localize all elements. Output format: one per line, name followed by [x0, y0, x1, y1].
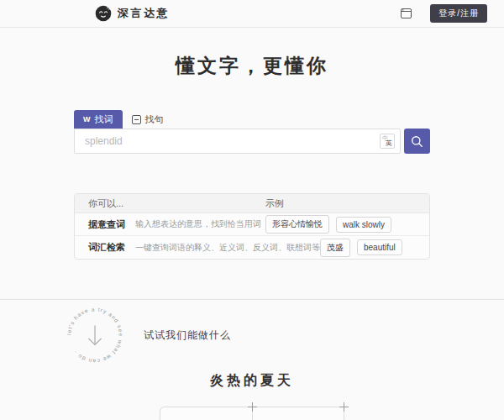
table-row: 词汇检索 一键查询词语的释义、近义词、反义词、联想词等 茂盛 beautiful — [75, 236, 429, 259]
preview-column — [253, 407, 344, 420]
search-input-wrap: 中 英 — [74, 129, 401, 154]
tab-find-sentence[interactable]: 找句 — [123, 110, 173, 129]
example-chip[interactable]: 形容心情愉悦 — [265, 215, 329, 234]
translate-toggle-icon[interactable]: 中 英 — [380, 134, 395, 149]
try-hint-text: 试试我们能做什么 — [144, 328, 231, 343]
feature-name: 据意查词 — [88, 218, 125, 231]
table-row: 据意查词 输入想表达的意思，找到恰当用词 形容心情愉悦 walk slowly — [75, 213, 429, 236]
example-chip[interactable]: beautiful — [357, 239, 402, 255]
column-you-can: 你可以... — [75, 197, 265, 210]
examples-table: 你可以... 示例 据意查词 输入想表达的意思，找到恰当用词 形容心情愉悦 wa… — [74, 193, 430, 260]
search-mode-tabs: W 找词 找句 — [74, 110, 430, 129]
try-section: let's have a try and see what we can do … — [61, 302, 504, 369]
search-icon — [411, 135, 423, 148]
feature-description: 输入想表达的意思，找到恰当用词 — [135, 218, 261, 230]
brand-logo-icon — [95, 5, 112, 22]
search-button[interactable] — [404, 129, 430, 154]
section-divider — [0, 299, 504, 300]
login-register-button[interactable]: 登录/注册 — [430, 4, 487, 23]
down-arrow-icon — [88, 326, 101, 345]
examples-table-header: 你可以... 示例 — [75, 194, 429, 213]
brand: 深言达意 — [95, 5, 170, 22]
top-bar: 深言达意 登录/注册 — [0, 0, 504, 28]
tab-find-word[interactable]: W 找词 — [74, 110, 123, 129]
feature-name: 词汇检索 — [88, 241, 125, 254]
plus-mark — [248, 402, 257, 412]
sample-query-title: 炎热的夏天 — [0, 372, 504, 390]
hero-title: 懂文字，更懂你 — [0, 53, 504, 79]
plus-mark — [339, 402, 349, 412]
translate-to-label: 英 — [386, 139, 392, 148]
tab-find-sentence-label: 找句 — [145, 113, 164, 126]
search-input[interactable] — [75, 135, 380, 147]
example-chip[interactable]: 茂盛 — [320, 239, 350, 257]
circular-text-badge: let's have a try and see what we can do … — [61, 302, 129, 369]
search-bar: 中 英 — [74, 129, 430, 154]
feature-description: 一键查询词语的释义、近义词、反义词、联想词等 — [135, 242, 320, 254]
header-actions: 登录/注册 — [401, 4, 487, 23]
find-sentences-icon — [132, 115, 141, 124]
browser-extension-icon[interactable] — [401, 8, 412, 18]
example-chip[interactable]: walk slowly — [336, 217, 391, 233]
column-example: 示例 — [265, 197, 429, 210]
brand-name: 深言达意 — [118, 6, 170, 21]
preview-column — [160, 407, 253, 420]
find-words-icon: W — [83, 116, 91, 123]
result-preview-box — [160, 407, 344, 420]
tab-find-word-label: 找词 — [95, 113, 113, 126]
